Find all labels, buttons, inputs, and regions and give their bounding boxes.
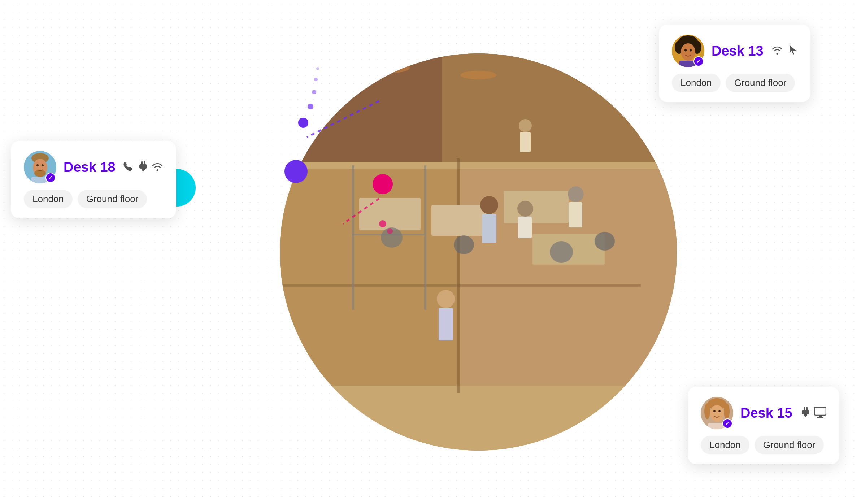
desk-15-location-tag: London — [701, 436, 749, 454]
desk-18-avatar-wrapper — [24, 151, 56, 183]
svg-rect-12 — [504, 191, 569, 223]
desk-18-check — [45, 173, 56, 183]
desk-13-floor-tag: Ground floor — [726, 74, 795, 92]
svg-point-17 — [381, 227, 403, 248]
svg-rect-8 — [424, 165, 426, 310]
cursor-icon — [788, 44, 797, 58]
svg-rect-5 — [457, 158, 460, 393]
desk-13-title: Desk 13 — [712, 43, 764, 59]
desk-18-title: Desk 18 — [64, 160, 116, 175]
desk-15-avatar-wrapper — [701, 397, 733, 429]
svg-point-29 — [519, 119, 532, 132]
svg-point-23 — [517, 201, 533, 217]
wifi-icon-2 — [152, 161, 163, 173]
desk-18-floor-tag: Ground floor — [78, 190, 147, 208]
svg-rect-80 — [804, 414, 807, 416]
desk-13-tags: London Ground floor — [672, 74, 797, 92]
svg-rect-24 — [518, 217, 532, 238]
svg-point-27 — [437, 290, 455, 308]
phone-icon — [123, 161, 132, 173]
desk-13-check — [693, 56, 704, 66]
svg-rect-22 — [482, 214, 496, 243]
desk-18-icons — [123, 161, 163, 173]
svg-rect-81 — [805, 416, 806, 417]
svg-rect-67 — [142, 169, 145, 170]
plug-icon — [137, 161, 147, 173]
svg-rect-82 — [814, 407, 826, 415]
svg-rect-28 — [439, 308, 453, 340]
desk-15-tags: London Ground floor — [701, 436, 826, 454]
svg-rect-26 — [569, 202, 582, 227]
office-image-circle — [280, 53, 677, 451]
svg-point-54 — [684, 49, 687, 52]
desk-15-title: Desk 15 — [740, 405, 792, 421]
desk-13-icons — [771, 44, 797, 58]
svg-rect-84 — [817, 417, 823, 418]
svg-rect-68 — [142, 170, 144, 171]
svg-rect-65 — [144, 161, 145, 164]
svg-rect-66 — [139, 164, 147, 169]
desk-18-card: Desk 18 — [11, 141, 176, 218]
svg-point-18 — [454, 235, 474, 254]
desk-15-card: Desk 15 London — [688, 387, 839, 464]
desk-15-check — [722, 418, 732, 429]
svg-point-71 — [704, 403, 710, 419]
svg-point-60 — [36, 164, 39, 166]
svg-point-53 — [681, 43, 695, 61]
desk-18-header-row: Desk 18 — [24, 151, 163, 183]
svg-point-16 — [460, 71, 496, 79]
desk-15-header-row: Desk 15 — [701, 397, 826, 429]
desk-18-location-tag: London — [24, 190, 73, 208]
desk-13-avatar-wrapper — [672, 35, 704, 67]
wifi-icon — [771, 45, 783, 57]
power-icon — [800, 407, 809, 419]
svg-rect-30 — [520, 132, 531, 152]
svg-point-55 — [690, 49, 692, 52]
desk-15-floor-tag: Ground floor — [755, 436, 824, 454]
desk-13-location-tag: London — [672, 74, 721, 92]
svg-point-21 — [480, 196, 498, 214]
svg-rect-77 — [804, 407, 805, 410]
svg-rect-6 — [280, 284, 641, 287]
svg-point-73 — [710, 405, 724, 422]
office-floor — [280, 53, 677, 451]
svg-point-72 — [724, 403, 730, 419]
svg-rect-7 — [352, 165, 354, 310]
svg-rect-83 — [819, 415, 822, 417]
desk-15-icons — [800, 407, 826, 419]
svg-point-20 — [595, 232, 615, 251]
svg-point-61 — [42, 164, 44, 166]
svg-rect-79 — [802, 410, 809, 414]
desk-13-card: Desk 13 London Ground floor — [659, 25, 810, 102]
office-svg — [280, 53, 677, 451]
svg-rect-10 — [359, 198, 421, 230]
svg-rect-64 — [141, 161, 143, 164]
svg-point-19 — [550, 241, 573, 263]
desk-13-header-row: Desk 13 — [672, 35, 797, 67]
svg-point-75 — [718, 410, 721, 412]
svg-rect-78 — [806, 407, 808, 410]
svg-point-25 — [568, 186, 584, 202]
monitor-icon — [814, 407, 826, 419]
desk-18-tags: London Ground floor — [24, 190, 163, 208]
svg-point-74 — [713, 410, 716, 412]
